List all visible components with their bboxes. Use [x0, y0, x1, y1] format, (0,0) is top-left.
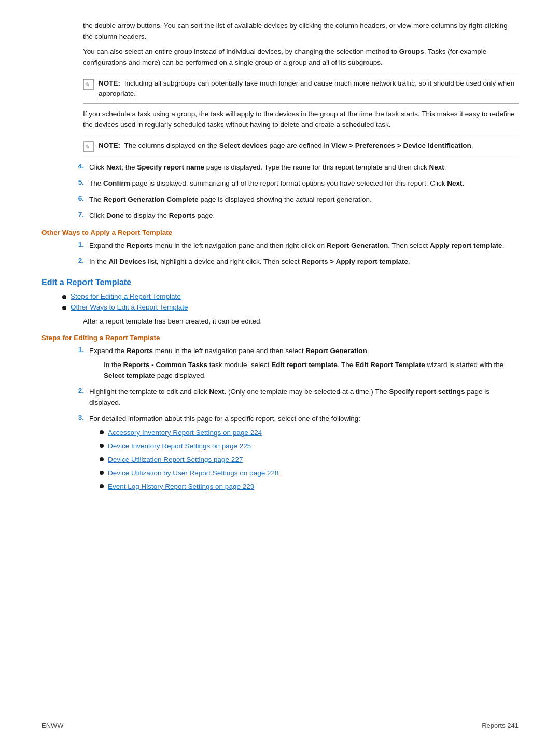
page-footer: ENWW Reports 241 [0, 722, 560, 729]
steps-editing-heading: Steps for Editing a Report Template [41, 334, 519, 342]
step-4: 4. Click Next; the Specify report name p… [73, 162, 519, 173]
step-5: 5. The Confirm page is displayed, summar… [73, 178, 519, 189]
sub-dot-3 [100, 457, 104, 461]
note-icon-1: ✎ [83, 79, 94, 90]
para-schedule: If you schedule a task using a group, th… [83, 109, 519, 131]
footer-right: Reports 241 [482, 722, 519, 729]
step-7: 7. Click Done to display the Reports pag… [73, 210, 519, 221]
intro-para-1: the double arrow buttons. You can sort t… [83, 21, 519, 68]
note-icon-2: ✎ [83, 141, 94, 152]
edit-section-intro: After a report template has been created… [83, 316, 519, 327]
svg-text:✎: ✎ [85, 144, 89, 150]
apply-steps-4-7: 4. Click Next; the Specify report name p… [73, 162, 519, 221]
editing-step-2: 2. Highlight the template to edit and cl… [73, 387, 519, 409]
note-1-text: NOTE: Including all subgroups can potent… [99, 78, 519, 100]
svg-text:✎: ✎ [85, 81, 89, 88]
edit-section-links: Steps for Editing a Report Template Othe… [62, 292, 519, 311]
page-content: the double arrow buttons. You can sort t… [0, 0, 560, 542]
editing-steps: 1. Expand the Reports menu in the left n… [73, 346, 519, 495]
sub-dot-5 [100, 484, 104, 488]
sub-dot-4 [100, 471, 104, 475]
other-ways-apply-heading: Other Ways to Apply a Report Template [41, 229, 519, 236]
note-box-2: ✎ NOTE: The columns displayed on the Sel… [83, 136, 519, 157]
bullet-dot-2 [62, 306, 66, 310]
edit-link-1: Steps for Editing a Report Template [62, 292, 519, 300]
sub-dot-2 [100, 444, 104, 448]
edit-link-2: Other Ways to Edit a Report Template [62, 303, 519, 311]
sub-bullet-1: Accessory Inventory Report Settings on p… [100, 428, 519, 439]
editing-step-1-sub: In the Reports - Common Tasks task modul… [104, 360, 519, 382]
step-6: 6. The Report Generation Complete page i… [73, 194, 519, 205]
sub-bullet-2: Device Inventory Report Settings on page… [100, 441, 519, 452]
editing-step-3: 3. For detailed information about this p… [73, 414, 519, 495]
other-ways-apply-steps: 1. Expand the Reports menu in the left n… [73, 241, 519, 268]
note-2-text: NOTE: The columns displayed on the Selec… [99, 140, 473, 151]
edit-section-heading: Edit a Report Template [41, 278, 519, 287]
sub-bullet-5: Event Log History Report Settings on pag… [100, 482, 519, 493]
other-apply-step-2: 2. In the All Devices list, highlight a … [73, 257, 519, 268]
sub-bullet-list: Accessory Inventory Report Settings on p… [100, 428, 519, 493]
sub-bullet-3: Device Utilization Report Settings page … [100, 455, 519, 466]
sub-dot-1 [100, 430, 104, 434]
sub-bullet-4: Device Utilization by User Report Settin… [100, 468, 519, 479]
note-box-1: ✎ NOTE: Including all subgroups can pote… [83, 74, 519, 104]
other-apply-step-1: 1. Expand the Reports menu in the left n… [73, 241, 519, 251]
footer-left: ENWW [41, 722, 64, 729]
editing-step-1: 1. Expand the Reports menu in the left n… [73, 346, 519, 382]
bullet-dot-1 [62, 295, 66, 299]
